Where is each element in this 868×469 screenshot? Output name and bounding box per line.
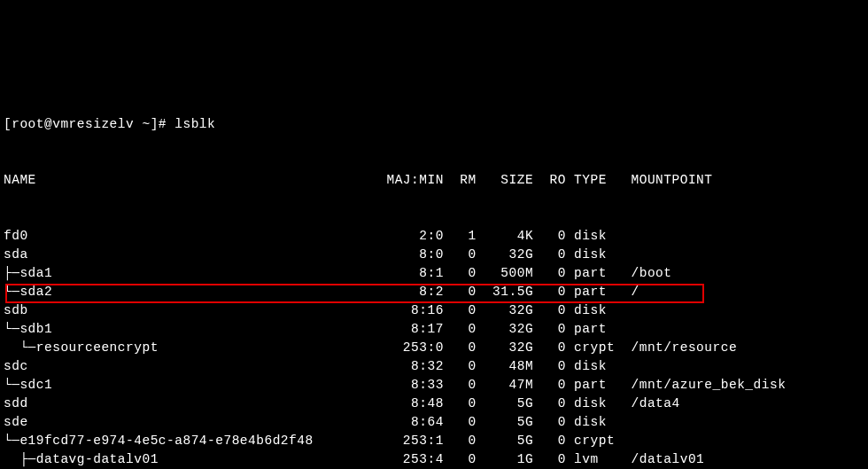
lsblk-row: └─sda2 8:2 0 31.5G 0 part /: [4, 283, 864, 301]
lsblk-row: sdb 8:16 0 32G 0 disk: [4, 301, 864, 320]
lsblk-row: └─e19fcd77-e974-4e5c-a874-e78e4b6d2f48 2…: [4, 432, 864, 450]
prompt-line: [root@vmresizelv ~]# lsblk: [4, 115, 864, 134]
lsblk-row: fd0 2:0 1 4K 0 disk: [4, 227, 864, 246]
lsblk-row: ├─datavg-datalv01 253:4 0 1G 0 lvm /data…: [4, 450, 864, 469]
lsblk-row: sdd 8:48 0 5G 0 disk /data4: [4, 395, 864, 413]
lsblk-row: sda 8:0 0 32G 0 disk: [4, 246, 864, 264]
header-line: NAME MAJ:MIN RM SIZE RO TYPE MOUNTPOINT: [4, 171, 864, 190]
lsblk-row: sde 8:64 0 5G 0 disk: [4, 413, 864, 432]
lsblk-row: └─resourceencrypt 253:0 0 32G 0 crypt /m…: [4, 339, 864, 357]
terminal-output: [root@vmresizelv ~]# lsblk NAME MAJ:MIN …: [4, 78, 864, 469]
lsblk-row: └─sdc1 8:33 0 47M 0 part /mnt/azure_bek_…: [4, 376, 864, 395]
lsblk-row: └─sdb1 8:17 0 32G 0 part: [4, 320, 864, 339]
lsblk-row: ├─sda1 8:1 0 500M 0 part /boot: [4, 264, 864, 283]
lsblk-rows: fd0 2:0 1 4K 0 disk sda 8:0 0 32G 0 disk…: [4, 227, 864, 469]
lsblk-row: sdc 8:32 0 48M 0 disk: [4, 357, 864, 376]
